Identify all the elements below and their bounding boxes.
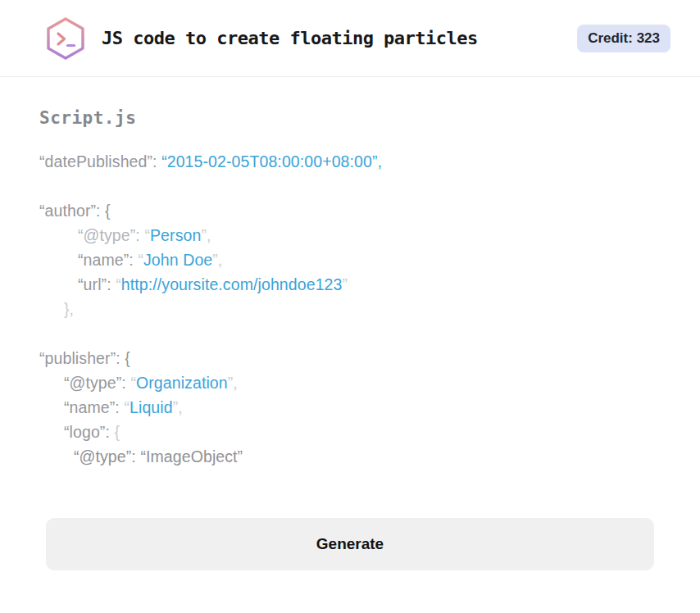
code-token-punct: ”	[342, 275, 348, 293]
code-token-key: “@type”:	[64, 374, 130, 392]
code-token-key: “publisher”: {	[39, 349, 130, 367]
code-line: “@type”: “Person”,	[39, 223, 661, 247]
code-token-key: “name”:	[64, 398, 124, 416]
code-line: “author”: {	[39, 198, 661, 223]
page-title: JS code to create floating particles	[102, 28, 478, 48]
code-line: “url”: “http://yoursite.com/johndoe123”	[39, 272, 661, 297]
terminal-prompt-hexagon-icon	[43, 16, 89, 61]
code-token-value: http://yoursite.com/johndoe123	[121, 275, 343, 293]
code-token-punct: },	[64, 300, 74, 318]
code-token-keylight: “@type”:	[78, 226, 144, 244]
code-token-punct: {	[115, 423, 120, 441]
code-line: “logo”: {	[39, 420, 661, 444]
credit-badge: Credit: 323	[577, 25, 670, 52]
file-title: Script.js	[39, 108, 661, 128]
code-token-punct: “	[144, 226, 150, 244]
code-token-value: “2015-02-05T08:00:00+08:00”,	[161, 152, 382, 170]
code-token-key: “author”: {	[39, 202, 111, 220]
code-token-punct: ”,	[201, 226, 211, 244]
code-token-value: Organization	[136, 374, 228, 392]
code-token-punct: “	[124, 398, 130, 416]
code-token-value: John Doe	[143, 251, 212, 269]
code-line: “@type”: “ImageObject”	[39, 444, 661, 469]
code-token-punct: ”,	[228, 374, 238, 392]
code-blank-line	[39, 321, 661, 346]
code-token-value: Person	[150, 226, 201, 244]
code-line: },	[39, 297, 661, 321]
code-blank-line	[39, 174, 661, 198]
code-token-punct: “	[138, 251, 143, 269]
code-line: “@type”: “Organization”,	[39, 370, 661, 395]
code-line: “publisher”: {	[39, 346, 661, 370]
code-token-key: “url”:	[78, 275, 116, 293]
code-token-punct: ”,	[173, 398, 183, 416]
code-token-key: “datePublished”:	[39, 152, 161, 170]
code-token-punct: “	[130, 374, 136, 392]
code-line: “datePublished”: “2015-02-05T08:00:00+08…	[39, 149, 661, 174]
header: JS code to create floating particles Cre…	[0, 0, 700, 77]
generate-button[interactable]: Generate	[46, 518, 654, 570]
code-line: “name”: “John Doe”,	[39, 247, 661, 272]
code-line: “name”: “Liquid”,	[39, 395, 661, 420]
code-token-punct: ”,	[212, 251, 222, 269]
code-token-punct: “	[116, 275, 121, 293]
code-output: “datePublished”: “2015-02-05T08:00:00+08…	[39, 149, 661, 469]
code-token-key: “name”:	[78, 251, 138, 269]
code-token-key: “logo”:	[64, 423, 115, 441]
code-token-value: Liquid	[130, 398, 173, 416]
footer: Generate	[0, 518, 700, 570]
main-content: Script.js “datePublished”: “2015-02-05T0…	[0, 77, 700, 469]
code-token-gray: “@type”: “ImageObject”	[74, 447, 243, 465]
